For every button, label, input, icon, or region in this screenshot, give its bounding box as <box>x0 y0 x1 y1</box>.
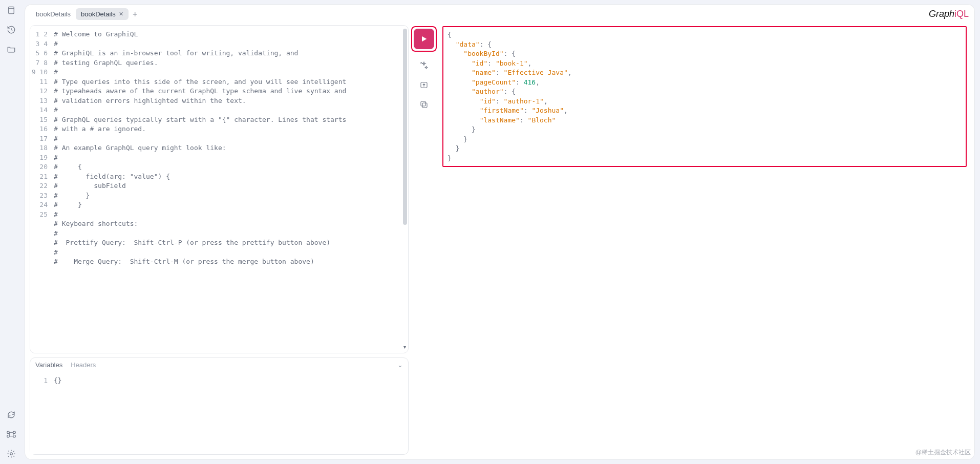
tabs-bar: bookDetails bookDetails ✕ + GraphiQL <box>25 4 975 23</box>
variables-body[interactable]: 1 {} <box>30 372 408 454</box>
result-viewer[interactable]: { "data": { "bookById": { "id": "book-1"… <box>442 26 967 167</box>
tab-label: bookDetails <box>36 10 71 18</box>
watermark: @稀土掘金技术社区 <box>915 448 971 457</box>
chevron-down-icon[interactable]: ⌄ <box>397 361 403 369</box>
add-tab-button[interactable]: + <box>129 10 141 19</box>
graphiql-logo: GraphiQL <box>929 9 969 19</box>
close-tab-icon[interactable]: ✕ <box>119 11 123 17</box>
result-column: { "data": { "bookById": { "id": "book-1"… <box>439 25 970 455</box>
explorer-icon[interactable] <box>6 44 16 54</box>
headers-tab[interactable]: Headers <box>71 361 96 369</box>
tab-label: bookDetails <box>81 10 116 18</box>
svg-rect-4 <box>421 101 425 106</box>
logo-part1: Graph <box>929 9 954 19</box>
logo-part2: iQL <box>954 9 969 19</box>
svg-rect-0 <box>9 7 14 14</box>
settings-icon[interactable] <box>6 449 16 459</box>
main-panel: bookDetails bookDetails ✕ + GraphiQL 1 2… <box>25 4 975 460</box>
execute-highlight <box>411 26 437 52</box>
editor-code[interactable]: # Welcome to GraphiQL # # GraphiQL is an… <box>51 26 408 353</box>
tab-bookdetails-1[interactable]: bookDetails <box>31 8 76 20</box>
editor-caret-icon: ▾ <box>403 344 406 350</box>
svg-rect-3 <box>422 103 427 108</box>
workspace: 1 2 3 4 5 6 7 8 9 10 11 12 13 14 15 16 1… <box>25 23 975 460</box>
variables-code[interactable]: {} <box>51 372 408 454</box>
variables-tabs: Variables Headers ⌄ <box>30 358 408 372</box>
tab-bookdetails-2[interactable]: bookDetails ✕ <box>76 8 129 20</box>
query-editor[interactable]: 1 2 3 4 5 6 7 8 9 10 11 12 13 14 15 16 1… <box>30 25 409 353</box>
variables-gutter: 1 <box>30 372 51 454</box>
prettify-icon[interactable] <box>418 60 430 71</box>
variables-panel: Variables Headers ⌄ 1 {} <box>30 357 409 455</box>
history-icon[interactable] <box>6 25 16 35</box>
docs-icon[interactable] <box>6 5 16 15</box>
execute-button[interactable] <box>414 29 434 49</box>
merge-icon[interactable] <box>418 79 430 91</box>
sidebar <box>0 0 23 464</box>
copy-icon[interactable] <box>418 99 430 110</box>
refresh-icon[interactable] <box>6 410 16 420</box>
editor-scrollbar[interactable] <box>403 29 407 225</box>
tools-column <box>409 25 439 455</box>
editor-gutter: 1 2 3 4 5 6 7 8 9 10 11 12 13 14 15 16 1… <box>30 26 51 353</box>
svg-point-1 <box>10 453 13 455</box>
shortcuts-icon[interactable] <box>6 429 16 439</box>
editor-column: 1 2 3 4 5 6 7 8 9 10 11 12 13 14 15 16 1… <box>30 25 409 455</box>
variables-tab[interactable]: Variables <box>35 361 62 369</box>
